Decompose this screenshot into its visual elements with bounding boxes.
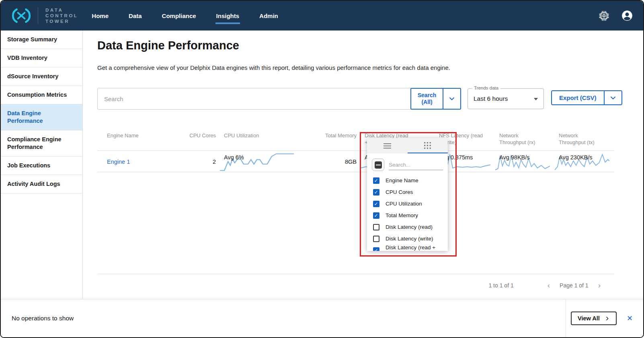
column-item-cpu-utilization[interactable]: CPU Utilization bbox=[367, 198, 448, 210]
sidebar: Storage Summary VDB Inventory dSource In… bbox=[1, 31, 83, 299]
page-description: Get a comprehensive view of your Delphix… bbox=[97, 64, 614, 71]
checkbox-icon[interactable] bbox=[373, 177, 379, 184]
checkbox-icon[interactable] bbox=[373, 236, 379, 242]
operations-bar: No operations to show View All ✕ bbox=[1, 299, 643, 337]
network-tx-value: Avg 230KB/s bbox=[559, 154, 593, 161]
column-item-disk-latency-read-write[interactable]: Disk Latency (read + write) bbox=[367, 244, 448, 251]
brand-text: DATA CONTROL TOWER bbox=[45, 7, 78, 24]
nav-item-data[interactable]: Data bbox=[128, 8, 143, 24]
column-item-label: Total Memory bbox=[386, 212, 418, 218]
view-all-button[interactable]: View All bbox=[571, 312, 617, 325]
column-item-engine-name[interactable]: Engine Name bbox=[367, 175, 448, 186]
search-all-button[interactable]: Search (All) bbox=[411, 89, 443, 109]
table-empty-area bbox=[97, 172, 614, 274]
column-item-disk-latency-read[interactable]: Disk Latency (read) bbox=[367, 221, 448, 233]
primary-nav: Home Data Compliance Insights Admin bbox=[91, 8, 279, 24]
trends-data-value: Last 6 hours bbox=[468, 89, 544, 109]
table-row: Engine 1 2 Avg 6% 8GB Avg 1.73ms bbox=[97, 151, 614, 172]
chevron-right-icon bbox=[605, 316, 610, 321]
close-icon[interactable]: ✕ bbox=[627, 314, 633, 323]
column-search-input[interactable] bbox=[389, 160, 443, 170]
chip-icon[interactable] bbox=[599, 10, 609, 21]
app-window: DATA CONTROL TOWER Home Data Compliance … bbox=[0, 0, 644, 338]
delphix-logo-icon bbox=[11, 8, 31, 23]
col-header-cpu-utilization[interactable]: CPU Utilization bbox=[220, 132, 300, 146]
search-input[interactable] bbox=[97, 88, 461, 110]
hamburger-icon bbox=[384, 143, 391, 149]
col-header-engine-name[interactable]: Engine Name bbox=[97, 132, 184, 146]
column-item-total-memory[interactable]: Total Memory bbox=[367, 210, 448, 221]
engine-name-link[interactable]: Engine 1 bbox=[107, 159, 130, 165]
account-icon[interactable] bbox=[621, 10, 633, 21]
nav-item-home[interactable]: Home bbox=[91, 8, 109, 24]
column-item-label: Engine Name bbox=[386, 177, 418, 183]
pagination: 1 to 1 of 1 ‹ Page 1 of 1 › bbox=[97, 281, 614, 289]
nav-item-compliance[interactable]: Compliance bbox=[161, 8, 197, 24]
sidebar-item-storage-summary[interactable]: Storage Summary bbox=[1, 31, 82, 49]
sidebar-item-compliance-engine-performance[interactable]: Compliance Engine Performance bbox=[1, 130, 82, 157]
column-checkbox-list: Engine Name CPU Cores CPU Utilization To… bbox=[367, 175, 448, 251]
search-button-scope: (All) bbox=[421, 99, 432, 106]
trends-data-label: Trends data bbox=[472, 86, 500, 90]
search-button-label: Search bbox=[418, 92, 437, 99]
pagination-page: Page 1 of 1 bbox=[560, 282, 589, 289]
indeterminate-checkbox-icon bbox=[375, 161, 382, 169]
next-page-chevron-icon[interactable]: › bbox=[596, 281, 603, 289]
controls-row: Search (All) Trends data Last 6 hours Ex… bbox=[97, 88, 614, 110]
search-options-chevron-down-icon[interactable] bbox=[443, 89, 460, 109]
trends-data-select[interactable]: Trends data Last 6 hours bbox=[468, 88, 544, 109]
search-button-group: Search (All) bbox=[410, 88, 461, 110]
sidebar-item-vdb-inventory[interactable]: VDB Inventory bbox=[1, 49, 82, 67]
cpu-utilization-cell: Avg 6% bbox=[220, 151, 300, 172]
cpu-utilization-value: Avg 6% bbox=[224, 154, 244, 161]
toggle-all-columns-checkbox[interactable] bbox=[372, 159, 384, 171]
checkbox-icon[interactable] bbox=[373, 212, 379, 219]
column-chooser-tabs bbox=[367, 138, 448, 153]
top-navbar: DATA CONTROL TOWER Home Data Compliance … bbox=[1, 1, 643, 31]
tab-list-view[interactable] bbox=[367, 138, 408, 153]
footer-divider bbox=[566, 299, 566, 337]
engines-table: Engine Name CPU Cores CPU Utilization To… bbox=[97, 132, 614, 274]
tab-grid-view[interactable] bbox=[408, 138, 448, 153]
column-chooser-popup: Engine Name CPU Cores CPU Utilization To… bbox=[367, 138, 448, 251]
column-item-disk-latency-write[interactable]: Disk Latency (write) bbox=[367, 233, 448, 244]
total-memory-value: 8GB bbox=[300, 159, 361, 165]
sidebar-item-data-engine-performance[interactable]: Data Engine Performance bbox=[1, 104, 82, 130]
checkbox-icon[interactable] bbox=[373, 247, 379, 251]
col-header-total-memory[interactable]: Total Memory bbox=[300, 132, 361, 146]
main-content: Data Engine Performance Get a comprehens… bbox=[83, 31, 643, 299]
nav-item-insights[interactable]: Insights bbox=[215, 8, 240, 24]
table-header-row: Engine Name CPU Cores CPU Utilization To… bbox=[97, 132, 614, 151]
export-csv-button[interactable]: Export (CSV) bbox=[552, 91, 604, 104]
sidebar-item-dsource-inventory[interactable]: dSource Inventory bbox=[1, 67, 82, 86]
pagination-range: 1 to 1 of 1 bbox=[488, 282, 513, 289]
network-rx-value: Avg 98KB/s bbox=[499, 154, 530, 161]
cpu-cores-value: 2 bbox=[184, 159, 220, 165]
view-all-label: View All bbox=[578, 315, 600, 322]
previous-page-chevron-icon[interactable]: ‹ bbox=[545, 281, 552, 289]
column-item-cpu-cores[interactable]: CPU Cores bbox=[367, 186, 448, 198]
column-item-label: Disk Latency (write) bbox=[386, 236, 433, 242]
col-header-network-rx[interactable]: Network Throughput (rx) bbox=[495, 132, 546, 146]
grid-icon bbox=[424, 142, 431, 149]
network-tx-cell: Avg 230KB/s bbox=[555, 151, 614, 172]
sidebar-item-activity-audit-logs[interactable]: Activity Audit Logs bbox=[1, 175, 82, 193]
sidebar-item-job-executions[interactable]: Job Executions bbox=[1, 157, 82, 175]
column-item-label: Disk Latency (read + write) bbox=[386, 244, 442, 251]
page-title: Data Engine Performance bbox=[97, 39, 614, 52]
col-header-network-tx[interactable]: Network Throughput (tx) bbox=[555, 132, 605, 146]
checkbox-icon[interactable] bbox=[373, 189, 379, 195]
network-rx-cell: Avg 98KB/s bbox=[495, 151, 555, 172]
column-item-label: CPU Cores bbox=[386, 189, 413, 195]
checkbox-icon[interactable] bbox=[373, 201, 379, 207]
brand-divider bbox=[38, 7, 38, 24]
export-options-chevron-down-icon[interactable] bbox=[604, 91, 621, 104]
operations-message: No operations to show bbox=[12, 315, 74, 322]
sidebar-item-consumption-metrics[interactable]: Consumption Metrics bbox=[1, 86, 82, 104]
nav-item-admin[interactable]: Admin bbox=[258, 8, 279, 24]
column-item-label: Disk Latency (read) bbox=[386, 224, 433, 230]
export-button-group: Export (CSV) bbox=[551, 90, 622, 105]
dropdown-arrow-icon bbox=[534, 98, 538, 100]
col-header-cpu-cores[interactable]: CPU Cores bbox=[184, 132, 220, 146]
checkbox-icon[interactable] bbox=[373, 224, 379, 230]
